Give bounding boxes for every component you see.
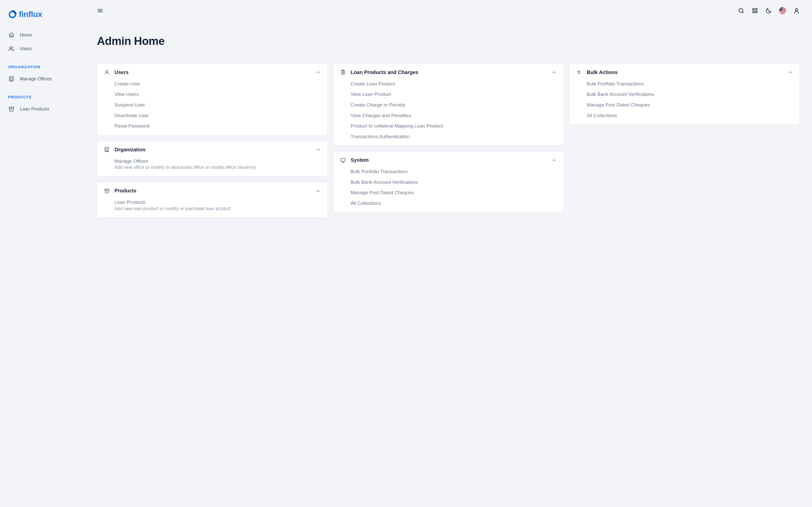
sidebar-item-label: Home <box>20 33 32 38</box>
menu-toggle-button[interactable] <box>97 7 104 14</box>
card-title: Bulk Actions <box>587 69 783 76</box>
cards-grid: UsersCreate UserView UsersSuspend UserDe… <box>85 64 812 233</box>
archive-icon <box>8 106 15 112</box>
card-link-bulk-portfolio-transactions[interactable]: Bulk Portfolio Transactions <box>587 80 793 88</box>
card-link-create-user[interactable]: Create User <box>114 80 321 88</box>
user-icon <box>104 69 110 75</box>
apps-icon <box>752 7 758 14</box>
svg-point-23 <box>779 8 780 8</box>
search-button[interactable] <box>738 7 745 14</box>
svg-rect-19 <box>779 11 786 11</box>
card-link-deactivate-user[interactable]: Deactivate User <box>114 112 321 119</box>
card-products: ProductsLoan ProductsAdd new loan produc… <box>97 182 327 218</box>
chevron-up-icon <box>316 188 321 193</box>
search-icon <box>738 7 745 14</box>
page-title: Admin Home <box>85 24 812 56</box>
sidebar-item-loan-products[interactable]: Loan Products <box>0 102 85 116</box>
card-link-create-charge-or-penalty[interactable]: Create Charge or Penalty <box>351 101 557 109</box>
card-title: Organization <box>114 146 311 153</box>
transfer-icon <box>576 69 582 75</box>
profile-button[interactable] <box>793 7 800 14</box>
card-link-view-users[interactable]: View Users <box>114 91 321 98</box>
card-link-label: Bulk Bank Account Verifications <box>587 91 793 98</box>
office-icon <box>104 147 110 153</box>
chevron-up-icon <box>788 70 793 75</box>
menu-icon <box>97 7 104 14</box>
svg-point-30 <box>781 9 782 10</box>
chevron-up-icon <box>316 70 321 75</box>
card-link-label: All Collections <box>587 112 793 119</box>
sidebar-section-organization: ORGANIZATION <box>0 56 85 72</box>
card-link-suspend-user[interactable]: Suspend User <box>114 101 321 109</box>
card-body: Create UserView UsersSuspend UserDeactiv… <box>104 76 321 129</box>
sidebar-item-manage-offices[interactable]: Manage Offices <box>0 72 85 86</box>
svg-rect-21 <box>779 13 786 14</box>
card-body: Create Loan ProductView Loan ProductCrea… <box>340 76 557 140</box>
card-organization: OrganizationManage OfficesAdd new office… <box>97 141 327 177</box>
svg-rect-20 <box>779 12 786 12</box>
flag-us-icon <box>779 7 786 14</box>
card-link-create-loan-product[interactable]: Create Loan Product <box>351 80 557 88</box>
brand-icon <box>8 10 17 19</box>
card-link-label: View Loan Product <box>351 91 557 98</box>
card-link-loan-products[interactable]: Loan ProductsAdd new loan product or mod… <box>114 199 321 212</box>
card-link-label: View Charges and Penalties <box>351 112 557 119</box>
svg-point-28 <box>779 9 780 10</box>
card-header-organization[interactable]: Organization <box>104 146 321 153</box>
card-link-bulk-bank-account-verifications[interactable]: Bulk Bank Account Verifications <box>351 179 557 186</box>
archive-icon <box>104 188 110 194</box>
card-link-reset-password[interactable]: Reset Password <box>114 122 321 129</box>
card-link-view-loan-product[interactable]: View Loan Product <box>351 91 557 98</box>
card-link-product-to-collateral-mapping-loan-product[interactable]: Product to collateral Mapping Loan Produ… <box>351 122 557 129</box>
card-column: Bulk ActionsBulk Portfolio TransactionsB… <box>569 64 800 125</box>
card-link-manage-post-dated-cheques[interactable]: Manage Post Dated Cheques <box>587 101 793 109</box>
sidebar-item-label: Loan Products <box>20 107 49 112</box>
card-bulk-actions: Bulk ActionsBulk Portfolio TransactionsB… <box>569 64 800 125</box>
sidebar-item-users[interactable]: Users <box>0 42 85 56</box>
card-link-view-charges-and-penalties[interactable]: View Charges and Penalties <box>351 112 557 119</box>
card-title: Users <box>114 69 311 76</box>
chevron-up-icon <box>552 158 557 163</box>
card-link-manage-offices[interactable]: Manage OfficesAdd new office or modify o… <box>114 158 321 171</box>
card-link-label: Manage Post Dated Cheques <box>587 101 793 109</box>
card-column: Loan Products and ChargesCreate Loan Pro… <box>333 64 564 213</box>
sidebar-item-home[interactable]: Home <box>0 28 85 42</box>
sidebar-section-organization-list: Manage Offices <box>0 72 85 86</box>
card-link-label: Create Loan Product <box>351 80 557 88</box>
card-link-bulk-portfolio-transactions[interactable]: Bulk Portfolio Transactions <box>351 168 557 175</box>
card-header-system[interactable]: System <box>340 157 557 164</box>
card-link-sub: Add new office or modify or deactivate o… <box>114 164 321 171</box>
card-link-label: Create Charge or Penalty <box>351 101 557 109</box>
card-link-label: All Collections <box>351 200 557 207</box>
card-link-all-collections[interactable]: All Collections <box>587 112 793 119</box>
moon-icon <box>765 7 772 14</box>
brand-name: finflux <box>19 10 42 19</box>
card-link-all-collections[interactable]: All Collections <box>351 200 557 207</box>
card-link-sub: Add new loan product or modify or inacti… <box>114 205 321 212</box>
language-button[interactable] <box>779 7 786 14</box>
card-link-manage-post-dated-cheques[interactable]: Manage Post Dated Cheques <box>351 189 557 196</box>
home-icon <box>8 32 15 38</box>
sidebar-section-products-list: Loan Products <box>0 102 85 116</box>
svg-point-24 <box>780 8 781 8</box>
card-header-loan-products-and-charges[interactable]: Loan Products and Charges <box>340 69 557 76</box>
card-header-users[interactable]: Users <box>104 69 321 76</box>
topbar <box>85 0 812 17</box>
apps-button[interactable] <box>752 7 758 14</box>
card-link-label: Manage Post Dated Cheques <box>351 189 557 196</box>
office-icon <box>8 75 15 82</box>
card-link-bulk-bank-account-verifications[interactable]: Bulk Bank Account Verifications <box>587 91 793 98</box>
card-users: UsersCreate UserView UsersSuspend UserDe… <box>97 64 327 135</box>
card-title: Loan Products and Charges <box>351 69 547 76</box>
card-link-transactions-authentication[interactable]: Transactions Authentication <box>351 133 557 140</box>
brand-logo[interactable]: finflux <box>0 7 85 28</box>
card-body: Manage OfficesAdd new office or modify o… <box>104 153 321 171</box>
main-content: Admin Home UsersCreate UserView UsersSus… <box>85 0 812 507</box>
svg-point-27 <box>781 8 781 9</box>
card-header-products[interactable]: Products <box>104 187 321 194</box>
card-link-label: Deactivate User <box>114 112 321 119</box>
card-body: Loan ProductsAdd new loan product or mod… <box>104 194 321 212</box>
dark-mode-toggle[interactable] <box>765 7 772 14</box>
card-header-bulk-actions[interactable]: Bulk Actions <box>576 69 793 76</box>
card-link-label: Product to collateral Mapping Loan Produ… <box>351 122 557 129</box>
